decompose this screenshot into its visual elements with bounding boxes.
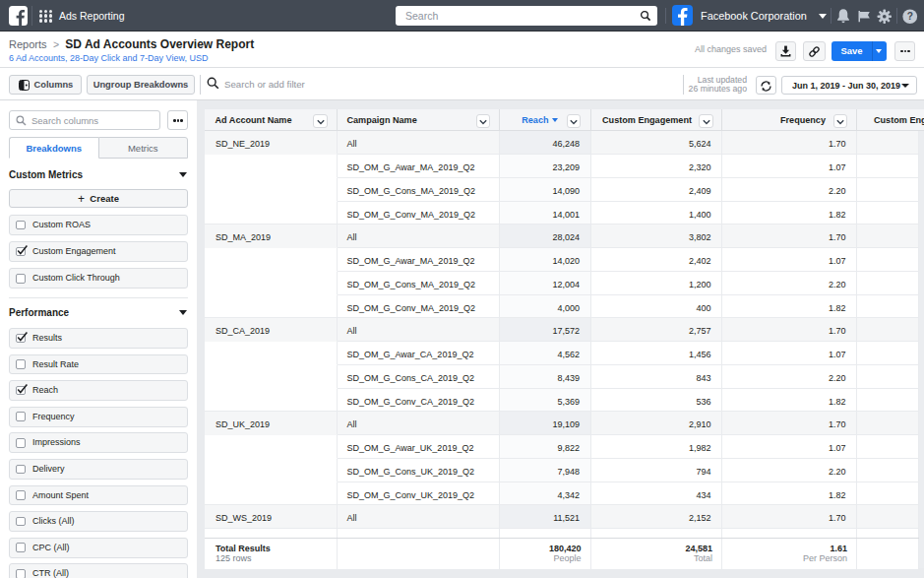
svg-text:?: ? [907, 11, 913, 22]
